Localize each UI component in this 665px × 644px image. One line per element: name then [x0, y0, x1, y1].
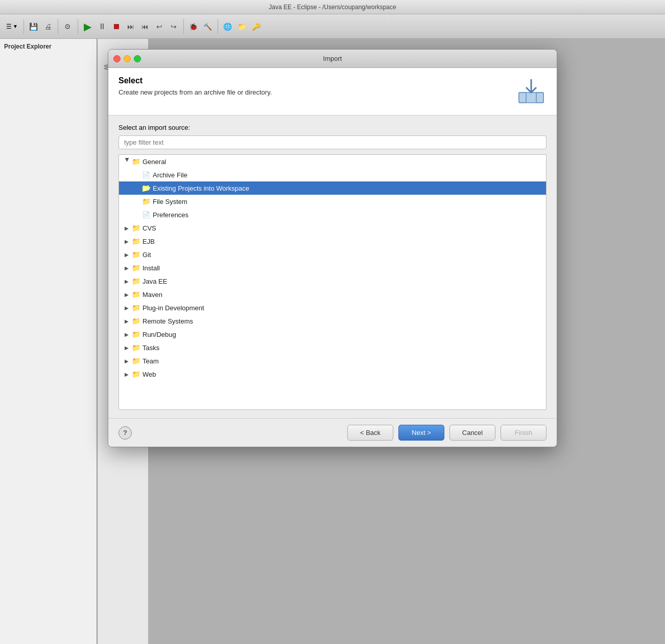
import-dialog: Import Select Create new projects from a… — [108, 49, 557, 447]
tree-label-web: Web — [142, 371, 156, 378]
print-icon[interactable]: 🖨 — [42, 20, 54, 33]
tree-item-team[interactable]: ▶📁Team — [119, 354, 546, 367]
ide-area: Project Explorer Import Select Create ne… — [0, 39, 665, 644]
maximize-button[interactable] — [134, 55, 141, 62]
folder-icon[interactable]: 📁 — [236, 20, 248, 33]
pause-icon[interactable]: ⏸ — [96, 20, 108, 33]
tree-item-git[interactable]: ▶📁Git — [119, 248, 546, 261]
tree-item-maven[interactable]: ▶📁Maven — [119, 288, 546, 301]
tree-label-existing-projects: Existing Projects into Workspace — [153, 185, 249, 192]
debug-icon[interactable]: 🐞 — [187, 20, 200, 33]
undo-icon[interactable]: ↩ — [153, 20, 165, 33]
tree-arrow-install[interactable]: ▶ — [123, 264, 130, 271]
toolbar-sep-3 — [78, 19, 78, 34]
tree-arrow-team[interactable]: ▶ — [123, 357, 130, 364]
tree-arrow-cvs[interactable]: ▶ — [123, 224, 130, 232]
tree-arrow-git[interactable]: ▶ — [123, 251, 130, 258]
tree-item-ejb[interactable]: ▶📁EJB — [119, 235, 546, 248]
tree-folder-icon-web: 📁 — [131, 370, 140, 379]
key-icon[interactable]: 🔑 — [250, 20, 263, 33]
tree-folder-icon-tasks: 📁 — [131, 343, 140, 352]
tree-label-file-system: File System — [153, 198, 187, 205]
toolbar-sep-4 — [183, 19, 184, 34]
tree-item-web[interactable]: ▶📁Web — [119, 367, 546, 381]
save-icon[interactable]: 💾 — [28, 20, 40, 33]
toolbar-menu[interactable]: ☰ ▼ — [4, 22, 20, 31]
dialog-title: Import — [323, 55, 342, 62]
tree-folder-icon-file-system: 📁 — [141, 197, 151, 206]
back-button[interactable]: < Back — [347, 425, 393, 441]
tree-folder-icon-team: 📁 — [131, 356, 140, 365]
titlebar: Java EE - Eclipse - /Users/coupang/works… — [0, 0, 665, 14]
tree-label-archive-file: Archive File — [153, 171, 187, 179]
tree-label-cvs: CVS — [142, 224, 156, 232]
dialog-header-text: Select Create new projects from an archi… — [118, 76, 272, 96]
tree-container[interactable]: ▶📁General▶📄Archive File▶📂Existing Projec… — [118, 154, 547, 410]
redo-icon[interactable]: ↪ — [168, 20, 180, 33]
tree-folder-icon-remote-systems: 📁 — [131, 316, 140, 326]
dialog-header-title: Select — [118, 76, 272, 85]
tree-item-java-ee[interactable]: ▶📁Java EE — [119, 274, 546, 288]
tree-item-tasks[interactable]: ▶📁Tasks — [119, 341, 546, 354]
dialog-header-icon — [516, 76, 547, 107]
tree-item-preferences[interactable]: ▶📄Preferences — [119, 208, 546, 221]
tree-item-general[interactable]: ▶📁General — [119, 155, 546, 168]
tree-folder-icon-git: 📁 — [131, 250, 140, 259]
tree-label-preferences: Preferences — [153, 211, 188, 219]
filter-input[interactable] — [118, 135, 547, 149]
tree-folder-icon-ejb: 📁 — [131, 237, 140, 246]
tree-arrow-web[interactable]: ▶ — [123, 371, 130, 378]
tree-item-plugin-dev[interactable]: ▶📁Plug-in Development — [119, 301, 546, 314]
tree-arrow-run-debug[interactable]: ▶ — [123, 331, 130, 338]
tree-arrow-maven[interactable]: ▶ — [123, 291, 130, 298]
tree-folder-icon-cvs: 📁 — [131, 223, 140, 233]
network-icon[interactable]: 🌐 — [222, 20, 234, 33]
step-over-icon[interactable]: ⏭ — [125, 20, 137, 33]
tree-folder-icon-existing-projects: 📂 — [141, 183, 151, 193]
minimize-button[interactable] — [124, 55, 131, 62]
tree-item-cvs[interactable]: ▶📁CVS — [119, 221, 546, 235]
close-button[interactable] — [113, 55, 121, 62]
tree-arrow-ejb[interactable]: ▶ — [123, 238, 130, 245]
tree-item-existing-projects[interactable]: ▶📂Existing Projects into Workspace — [119, 181, 546, 195]
tree-arrow-general[interactable]: ▶ — [123, 158, 130, 165]
tree-item-archive-file[interactable]: ▶📄Archive File — [119, 168, 546, 181]
next-button[interactable]: Next > — [398, 425, 444, 441]
tree-item-remote-systems[interactable]: ▶📁Remote Systems — [119, 314, 546, 328]
tree-label-git: Git — [142, 251, 151, 259]
tree-label-remote-systems: Remote Systems — [142, 317, 193, 325]
help-button[interactable]: ? — [118, 426, 132, 440]
dialog-header: Select Create new projects from an archi… — [108, 68, 557, 116]
footer-buttons: < Back Next > Cancel Finish — [347, 425, 547, 441]
tree-label-install: Install — [142, 264, 160, 272]
build-icon[interactable]: 🔨 — [202, 20, 214, 33]
tree-folder-icon-install: 📁 — [131, 263, 140, 272]
tree-label-java-ee: Java EE — [142, 278, 167, 285]
window-title: Java EE - Eclipse - /Users/coupang/works… — [269, 4, 396, 11]
dialog-body: Select an import source: ▶📁General▶📄Arch… — [108, 116, 557, 418]
tree-label-plugin-dev: Plug-in Development — [142, 304, 204, 312]
tree-item-run-debug[interactable]: ▶📁Run/Debug — [119, 328, 546, 341]
settings-icon[interactable]: ⚙ — [62, 20, 74, 33]
tree-item-file-system[interactable]: ▶📁File System — [119, 195, 546, 208]
tree-arrow-plugin-dev[interactable]: ▶ — [123, 304, 130, 311]
tree-arrow-remote-systems[interactable]: ▶ — [123, 317, 130, 325]
finish-button[interactable]: Finish — [501, 425, 547, 441]
tree-label-run-debug: Run/Debug — [142, 331, 176, 338]
tree-arrow-tasks[interactable]: ▶ — [123, 344, 130, 351]
tree-label-ejb: EJB — [142, 238, 155, 245]
dialog-footer: ? < Back Next > Cancel Finish — [108, 418, 557, 447]
run-icon[interactable]: ▶ — [82, 20, 94, 33]
toolbar: ☰ ▼ 💾 🖨 ⚙ ▶ ⏸ ⏹ ⏭ ⏮ ↩ ↪ 🐞 🔨 🌐 📁 🔑 — [0, 14, 665, 39]
tree-item-install[interactable]: ▶📁Install — [119, 261, 546, 274]
tree-arrow-java-ee[interactable]: ▶ — [123, 278, 130, 285]
stop-icon[interactable]: ⏹ — [110, 20, 123, 33]
tree-label-team: Team — [142, 357, 159, 365]
traffic-lights — [113, 55, 141, 62]
svg-rect-1 — [519, 93, 526, 103]
tree-folder-icon-general: 📁 — [131, 157, 140, 166]
cancel-button[interactable]: Cancel — [449, 425, 495, 441]
step-back-icon[interactable]: ⏮ — [139, 20, 151, 33]
tree-folder-icon-plugin-dev: 📁 — [131, 303, 140, 312]
svg-rect-2 — [536, 93, 543, 103]
